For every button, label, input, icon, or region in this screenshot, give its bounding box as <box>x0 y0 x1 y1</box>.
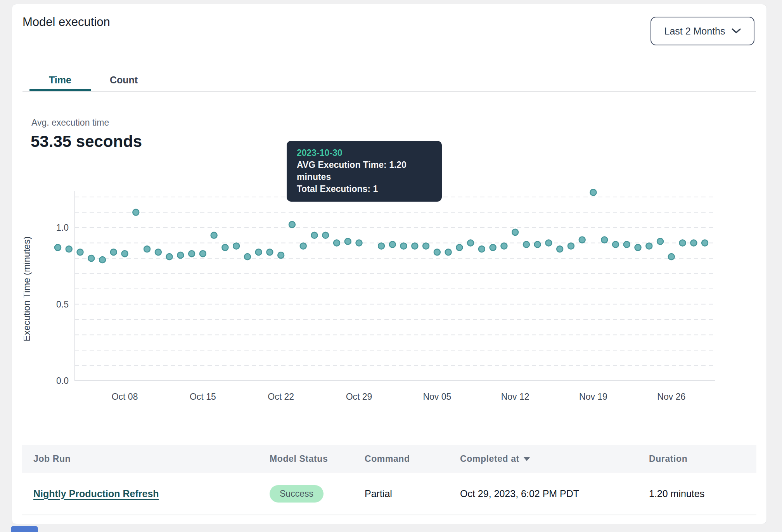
data-point[interactable]: 2023-10-18: 0.88 <box>233 243 239 249</box>
column-header-duration[interactable]: Duration <box>649 445 687 473</box>
y-tick-label: 1.0 <box>56 223 69 233</box>
data-point[interactable]: 2023-11-23: 0.87 <box>635 244 641 250</box>
scatter-plot[interactable]: 0.00.51.0Execution Time (minutes)Oct 08O… <box>24 171 737 415</box>
chart-tooltip: 2023-10-30 AVG Execution Time: 1.20 minu… <box>287 141 442 202</box>
x-tick-label: Oct 22 <box>268 392 294 402</box>
x-tick-label: Oct 29 <box>346 392 372 402</box>
runs-table-header: Job Run Model Status Command Completed a… <box>22 445 756 473</box>
x-tick-label: Nov 12 <box>501 392 529 402</box>
job-run-link[interactable]: Nightly Production Refresh <box>33 488 159 499</box>
data-point[interactable]: 2023-10-08: 0.83 <box>122 250 128 257</box>
tooltip-avg-execution-time: AVG Execution Time: 1.20 minutes <box>297 159 432 183</box>
model-execution-card: Model execution Last 2 Months Time Count… <box>12 4 767 524</box>
data-point[interactable]: 2023-11-28: 0.90 <box>690 240 697 246</box>
data-point[interactable]: 2023-11-13: 0.89 <box>523 241 529 247</box>
table-bottom-divider <box>22 515 756 515</box>
chart-tabs: Time Count <box>12 66 766 93</box>
date-range-value: Last 2 Months <box>664 26 725 37</box>
data-point[interactable]: 2023-10-13: 0.82 <box>177 252 183 258</box>
completed-at-cell: Oct 29, 2023, 6:02 PM PDT <box>460 473 579 515</box>
data-point[interactable]: 2023-11-24: 0.88 <box>646 243 652 249</box>
data-point[interactable]: 2023-11-17: 0.88 <box>568 243 574 249</box>
data-point[interactable]: 2023-11-21: 0.89 <box>612 241 619 247</box>
data-point[interactable]: 2023-11-29: 0.90 <box>702 240 708 246</box>
tooltip-total-executions: Total Executions: 1 <box>297 183 432 195</box>
data-point[interactable]: 2023-10-12: 0.81 <box>166 254 173 260</box>
data-point[interactable]: 2023-11-12: 0.97 <box>512 229 518 235</box>
data-point[interactable]: 2023-10-25: 0.95 <box>311 232 317 238</box>
data-point[interactable]: 2023-11-01: 0.89 <box>389 241 396 247</box>
data-point[interactable]: 2023-10-19: 0.81 <box>244 254 251 260</box>
execution-time-chart: 0.00.51.0Execution Time (minutes)Oct 08O… <box>24 171 737 415</box>
x-tick-label: Nov 26 <box>657 392 685 402</box>
data-point[interactable]: 2023-11-11: 0.88 <box>501 243 507 249</box>
data-point[interactable]: 2023-10-06: 0.79 <box>99 257 106 263</box>
data-point[interactable]: 2023-10-31: 0.88 <box>378 243 384 249</box>
data-point[interactable]: 2023-11-03: 0.88 <box>412 243 418 249</box>
tooltip-date: 2023-10-30 <box>297 147 432 159</box>
x-tick-label: Nov 05 <box>423 392 451 402</box>
data-point[interactable]: 2023-10-26: 0.95 <box>322 232 329 238</box>
table-row: Nightly Production Refresh Success Parti… <box>22 473 756 515</box>
data-point[interactable]: 2023-10-07: 0.84 <box>111 249 117 255</box>
tab-count[interactable]: Count <box>91 66 157 93</box>
column-header-command[interactable]: Command <box>365 445 410 473</box>
data-point[interactable]: 2023-11-08: 0.90 <box>467 240 474 246</box>
x-tick-label: Oct 08 <box>112 392 138 402</box>
data-point[interactable]: 2023-10-10: 0.86 <box>144 246 150 252</box>
data-point[interactable]: 2023-11-27: 0.90 <box>680 240 686 246</box>
data-point[interactable]: 2023-11-07: 0.87 <box>456 244 462 250</box>
data-point[interactable]: 2023-10-21: 0.84 <box>266 249 273 255</box>
data-point[interactable]: 2023-11-02: 0.88 <box>401 243 407 249</box>
data-point[interactable]: 2023-10-20: 0.84 <box>256 249 262 255</box>
data-point[interactable]: 2023-10-09: 1.10 <box>133 209 139 216</box>
data-point[interactable]: 2023-10-22: 0.82 <box>278 252 284 258</box>
data-point[interactable]: 2023-10-16: 0.95 <box>211 232 217 238</box>
data-point[interactable]: 2023-11-15: 0.90 <box>545 240 552 246</box>
data-point[interactable]: 2023-10-27: 0.90 <box>334 240 340 246</box>
y-tick-label: 0.5 <box>56 299 69 309</box>
tabs-divider <box>22 91 756 92</box>
data-point[interactable]: 2023-11-22: 0.89 <box>624 241 630 247</box>
data-point[interactable]: 2023-10-03: 0.86 <box>66 246 72 252</box>
data-point[interactable]: 2023-11-26: 0.81 <box>668 254 675 260</box>
data-point[interactable]: 2023-10-11: 0.84 <box>155 249 161 255</box>
data-point[interactable]: 2023-11-20: 0.92 <box>601 237 607 243</box>
model-status-cell: Success <box>270 473 324 515</box>
data-point[interactable]: 2023-10-28: 0.91 <box>345 238 351 245</box>
data-point[interactable]: 2023-11-14: 0.89 <box>535 241 541 247</box>
data-point[interactable]: 2023-10-29: 0.90 <box>356 240 362 246</box>
data-point[interactable]: 2023-10-23: 1.02 <box>289 221 295 228</box>
x-tick-label: Oct 15 <box>190 392 216 402</box>
data-point[interactable]: 2023-10-15: 0.83 <box>200 250 206 257</box>
column-header-completed-at[interactable]: Completed at <box>460 445 530 473</box>
duration-cell: 1.20 minutes <box>649 473 704 515</box>
data-point[interactable]: 2023-11-05: 0.84 <box>434 249 440 255</box>
date-range-selector[interactable]: Last 2 Months <box>651 17 754 45</box>
avg-execution-time-value: 53.35 seconds <box>31 132 142 151</box>
column-header-job-run[interactable]: Job Run <box>33 445 71 473</box>
data-point[interactable]: 2023-11-06: 0.84 <box>445 249 452 255</box>
data-point[interactable]: 2023-11-16: 0.86 <box>557 246 563 252</box>
page-title: Model execution <box>22 15 110 29</box>
dashboard-page: { "header": { "title": "Model execution"… <box>0 0 782 532</box>
column-header-model-status[interactable]: Model Status <box>270 445 328 473</box>
data-point[interactable]: 2023-10-02: 0.87 <box>55 244 61 250</box>
data-point[interactable]: 2023-10-14: 0.83 <box>189 250 195 257</box>
sort-desc-icon <box>523 457 530 461</box>
data-point[interactable]: 2023-10-17: 0.87 <box>222 244 228 250</box>
avg-execution-time-label: Avg. execution time <box>31 117 109 128</box>
x-tick-label: Nov 19 <box>579 392 607 402</box>
data-point[interactable]: 2023-11-09: 0.86 <box>479 246 485 252</box>
y-tick-label: 0.0 <box>56 376 69 386</box>
data-point[interactable]: 2023-10-04: 0.84 <box>77 249 83 255</box>
data-point[interactable]: 2023-10-24: 0.88 <box>300 243 306 249</box>
data-point[interactable]: 2023-11-19: 1.23 <box>590 189 596 195</box>
help-widget-button[interactable] <box>11 526 38 532</box>
chevron-down-icon <box>732 28 741 34</box>
data-point[interactable]: 2023-11-18: 0.92 <box>579 237 585 243</box>
data-point[interactable]: 2023-11-04: 0.88 <box>423 243 429 249</box>
data-point[interactable]: 2023-11-25: 0.91 <box>657 238 663 245</box>
data-point[interactable]: 2023-11-10: 0.87 <box>490 244 496 250</box>
data-point[interactable]: 2023-10-05: 0.80 <box>88 255 94 261</box>
